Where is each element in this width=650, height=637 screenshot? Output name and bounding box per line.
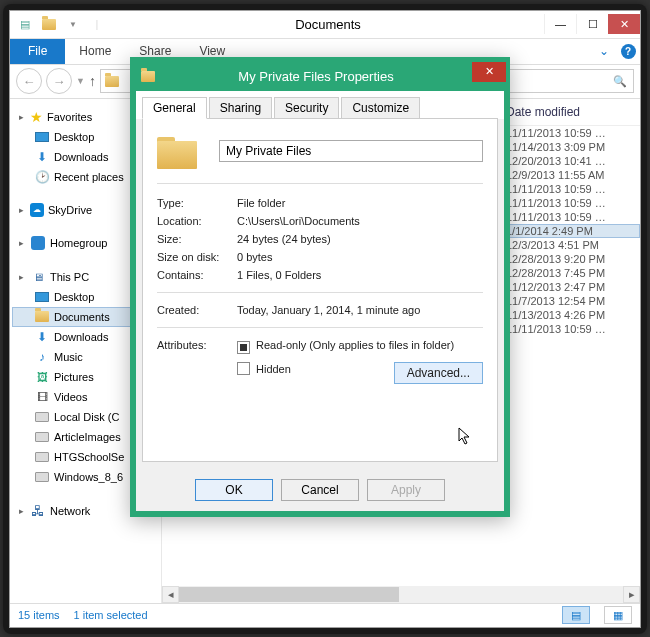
drive-icon [35,432,49,442]
tab-customize[interactable]: Customize [341,97,420,119]
label-sizeondisk: Size on disk: [157,251,237,263]
properties-dialog: My Private Files Properties ✕ General Sh… [130,57,510,517]
drive-icon [35,412,49,422]
properties-icon[interactable]: ▤ [14,14,36,34]
hidden-checkbox[interactable]: Hidden [237,363,291,375]
skydrive-icon: ☁ [30,203,44,217]
cell-date: 12/28/2013 9:20 PM [506,253,636,265]
music-icon: ♪ [34,349,50,365]
scroll-thumb[interactable] [179,587,399,602]
dialog-titlebar[interactable]: My Private Files Properties ✕ [136,63,504,91]
help-button[interactable]: ? [616,39,640,64]
folder-icon [105,76,119,87]
cell-date: 12/9/2013 11:55 AM [506,169,636,181]
scroll-left-icon[interactable]: ◂ [162,586,179,603]
label-type: Type: [157,197,237,209]
homegroup-icon [31,236,45,250]
folder-icon [35,311,49,322]
icons-view-button[interactable]: ▦ [604,606,632,624]
cell-date: 11/14/2013 3:09 PM [506,141,636,153]
separator: | [86,14,108,34]
cell-date: 11/13/2013 4:26 PM [506,309,636,321]
download-icon: ⬇ [34,149,50,165]
details-view-button[interactable]: ▤ [562,606,590,624]
cell-date: 12/3/2013 4:51 PM [506,239,636,251]
value-created: Today, January 1, 2014, 1 minute ago [237,304,483,316]
value-sizeondisk: 0 bytes [237,251,483,263]
tab-home[interactable]: Home [65,39,125,64]
desktop-icon [35,292,49,302]
qat-dropdown-icon[interactable]: ▼ [62,14,84,34]
file-tab[interactable]: File [10,39,65,64]
tab-general[interactable]: General [142,97,207,119]
cell-date: 11/11/2013 10:59 … [506,323,636,335]
dialog-button-row: OK Cancel Apply [136,469,504,511]
status-bar: 15 items 1 item selected ▤ ▦ [10,603,640,627]
back-button[interactable]: ← [16,68,42,94]
dialog-title: My Private Files Properties [160,69,472,84]
pictures-icon: 🖼 [34,369,50,385]
folder-name-input[interactable] [219,140,483,162]
maximize-button[interactable]: ☐ [576,14,608,34]
tab-sharing[interactable]: Sharing [209,97,272,119]
drive-icon [35,472,49,482]
cell-date: 11/11/2013 10:59 … [506,197,636,209]
value-contains: 1 Files, 0 Folders [237,269,483,281]
cancel-button[interactable]: Cancel [281,479,359,501]
forward-button[interactable]: → [46,68,72,94]
cell-date: 11/11/2013 10:59 … [506,127,636,139]
cell-date: 11/7/2013 12:54 PM [506,295,636,307]
ok-button[interactable]: OK [195,479,273,501]
status-count: 15 items [18,609,60,621]
explorer-window: ▤ ▼ | Documents — ☐ ✕ File Home Share Vi… [9,10,641,628]
dialog-close-button[interactable]: ✕ [472,62,506,82]
history-dropdown-icon[interactable]: ▼ [76,76,85,86]
up-button[interactable]: ↑ [89,73,96,89]
cell-date: 11/11/2013 10:59 … [506,211,636,223]
column-date[interactable]: Date modified [506,105,636,119]
checkbox-indeterminate-icon [237,341,250,354]
dialog-tabs: General Sharing Security Customize [136,91,504,119]
label-contains: Contains: [157,269,237,281]
cell-date: 11/11/2013 10:59 … [506,183,636,195]
tab-security[interactable]: Security [274,97,339,119]
advanced-button[interactable]: Advanced... [394,362,483,384]
recent-icon: 🕑 [34,169,50,185]
titlebar: ▤ ▼ | Documents — ☐ ✕ [10,11,640,39]
value-location: C:\Users\Lori\Documents [237,215,483,227]
cell-date: 12/28/2013 7:45 PM [506,267,636,279]
value-type: File folder [237,197,483,209]
minimize-button[interactable]: — [544,14,576,34]
cell-date: 1/1/2014 2:49 PM [506,225,636,237]
star-icon: ★ [30,109,43,125]
quick-access-toolbar: ▤ ▼ | [10,14,112,34]
cell-date: 12/20/2013 10:41 … [506,155,636,167]
videos-icon: 🎞 [34,389,50,405]
window-title: Documents [112,17,544,32]
label-created: Created: [157,304,237,316]
drive-icon [35,452,49,462]
apply-button[interactable]: Apply [367,479,445,501]
folder-large-icon [157,133,197,169]
label-location: Location: [157,215,237,227]
label-attributes: Attributes: [157,339,237,384]
close-button[interactable]: ✕ [608,14,640,34]
new-folder-icon[interactable] [38,14,60,34]
expand-ribbon-icon[interactable]: ⌄ [592,39,616,64]
pc-icon: 🖥 [30,269,46,285]
network-icon: 🖧 [30,503,46,519]
folder-icon [141,71,155,82]
cell-date: 11/12/2013 2:47 PM [506,281,636,293]
label-size: Size: [157,233,237,245]
status-selected: 1 item selected [74,609,148,621]
horizontal-scrollbar[interactable]: ◂ ▸ [162,586,640,603]
search-icon: 🔍 [613,75,627,88]
tab-page-general: Type:File folder Location:C:\Users\Lori\… [142,118,498,462]
scroll-right-icon[interactable]: ▸ [623,586,640,603]
download-icon: ⬇ [34,329,50,345]
value-size: 24 bytes (24 bytes) [237,233,483,245]
desktop-icon [35,132,49,142]
checkbox-empty-icon [237,362,250,375]
readonly-checkbox[interactable]: Read-only (Only applies to files in fold… [237,339,483,354]
